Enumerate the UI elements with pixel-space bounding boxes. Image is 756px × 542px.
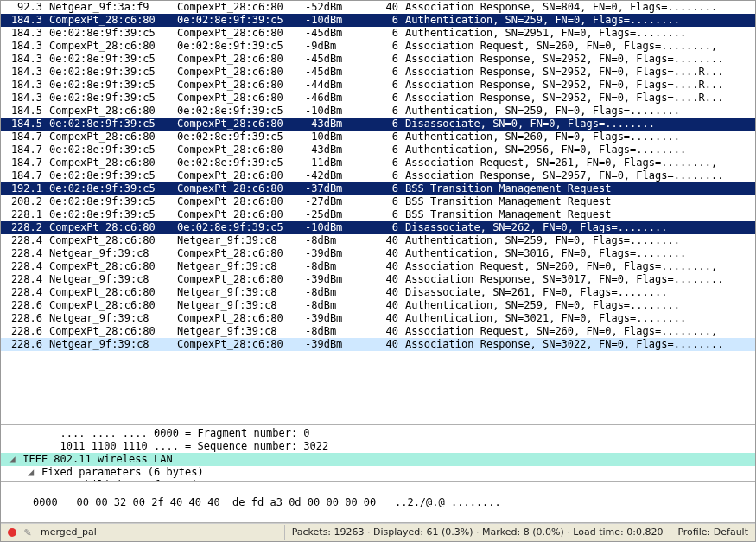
detail-tree-row[interactable]: ◢ IEEE 802.11 wireless LAN (1, 453, 755, 466)
packet-length: 6 (360, 79, 402, 92)
packet-info: Association Response, SN=2952, FN=0, Fla… (402, 53, 755, 66)
packet-info: Association Response, SN=804, FN=0, Flag… (402, 1, 755, 14)
packet-destination: CompexPt_28:c6:80 (174, 66, 302, 79)
table-row[interactable]: 228.4Netgear_9f:39:c8CompexPt_28:c6:80-3… (1, 273, 755, 286)
packet-rssi: -8dBm (302, 234, 360, 247)
packet-list-table: 92.3Netgear_9f:3a:f9CompexPt_28:c6:80-52… (1, 1, 755, 351)
detail-tree-row[interactable]: .... .... .... 0000 = Fragment number: 0 (1, 427, 755, 440)
packet-info: Authentication, SN=259, FN=0, Flags=....… (402, 105, 755, 118)
status-profile[interactable]: Profile: Default (670, 525, 755, 540)
packet-bytes-pane[interactable]: 0000 00 00 32 00 2f 40 40 40 de fd a3 0d… (1, 482, 755, 523)
packet-info: Association Request, SN=260, FN=0, Flags… (402, 325, 755, 338)
table-row[interactable]: 184.30e:02:8e:9f:39:c5CompexPt_28:c6:80-… (1, 27, 755, 40)
packet-details-pane[interactable]: .... .... .... 0000 = Fragment number: 0… (1, 425, 755, 482)
table-row[interactable]: 184.3CompexPt_28:c6:800e:02:8e:9f:39:c5-… (1, 14, 755, 27)
table-row[interactable]: 228.4CompexPt_28:c6:80Netgear_9f:39:c8-8… (1, 260, 755, 273)
table-row[interactable]: 184.5CompexPt_28:c6:800e:02:8e:9f:39:c5-… (1, 105, 755, 118)
detail-tree-row[interactable]: 1011 1100 1110 .... = Sequence number: 3… (1, 440, 755, 453)
table-row[interactable]: 184.70e:02:8e:9f:39:c5CompexPt_28:c6:80-… (1, 169, 755, 182)
packet-length: 6 (360, 92, 402, 105)
packet-time: 228.4 (1, 286, 46, 299)
packet-time: 228.4 (1, 247, 46, 260)
table-row[interactable]: 208.20e:02:8e:9f:39:c5CompexPt_28:c6:80-… (1, 195, 755, 208)
table-row[interactable]: 228.6CompexPt_28:c6:80Netgear_9f:39:c8-8… (1, 299, 755, 312)
table-row[interactable]: 184.30e:02:8e:9f:39:c5CompexPt_28:c6:80-… (1, 79, 755, 92)
table-row[interactable]: 184.7CompexPt_28:c6:800e:02:8e:9f:39:c5-… (1, 131, 755, 143)
packet-length: 6 (360, 14, 402, 27)
packet-destination: CompexPt_28:c6:80 (174, 143, 302, 156)
table-row[interactable]: 92.3Netgear_9f:3a:f9CompexPt_28:c6:80-52… (1, 1, 755, 14)
packet-list-pane[interactable]: 92.3Netgear_9f:3a:f9CompexPt_28:c6:80-52… (1, 1, 755, 425)
table-row[interactable]: 228.6CompexPt_28:c6:80Netgear_9f:39:c8-8… (1, 325, 755, 338)
packet-length: 6 (360, 221, 402, 234)
table-row[interactable]: 228.6Netgear_9f:39:c8CompexPt_28:c6:80-3… (1, 338, 755, 351)
packet-length: 6 (360, 169, 402, 182)
table-row[interactable]: 228.10e:02:8e:9f:39:c5CompexPt_28:c6:80-… (1, 208, 755, 221)
packet-source: CompexPt_28:c6:80 (46, 221, 174, 234)
packet-destination: CompexPt_28:c6:80 (174, 53, 302, 66)
capture-stop-icon[interactable] (8, 528, 16, 537)
hex-bytes: 00 00 32 00 2f 40 40 40 de fd a3 0d 00 0… (77, 496, 377, 508)
packet-time: 208.2 (1, 195, 46, 208)
packet-source: Netgear_9f:39:c8 (46, 247, 174, 260)
expand-open-icon[interactable]: ◢ (8, 453, 16, 466)
packet-info: Association Request, SN=261, FN=0, Flags… (402, 156, 755, 169)
packet-rssi: -10dBm (302, 105, 360, 118)
packet-rssi: -27dBm (302, 195, 360, 208)
packet-rssi: -11dBm (302, 156, 360, 169)
table-row[interactable]: 184.30e:02:8e:9f:39:c5CompexPt_28:c6:80-… (1, 66, 755, 79)
table-row[interactable]: 228.6Netgear_9f:39:c8CompexPt_28:c6:80-3… (1, 312, 755, 325)
packet-length: 40 (360, 286, 402, 299)
table-row[interactable]: 184.7CompexPt_28:c6:800e:02:8e:9f:39:c5-… (1, 156, 755, 169)
packet-rssi: -42dBm (302, 169, 360, 182)
table-row[interactable]: 228.4CompexPt_28:c6:80Netgear_9f:39:c8-8… (1, 286, 755, 299)
packet-source: 0e:02:8e:9f:39:c5 (46, 53, 174, 66)
packet-source: CompexPt_28:c6:80 (46, 260, 174, 273)
packet-length: 40 (360, 325, 402, 338)
packet-source: Netgear_9f:3a:f9 (46, 1, 174, 14)
packet-destination: 0e:02:8e:9f:39:c5 (174, 40, 302, 53)
packet-info: BSS Transition Management Request (402, 182, 755, 195)
packet-length: 40 (360, 247, 402, 260)
expand-open-icon[interactable]: ◢ (27, 466, 35, 479)
table-row[interactable]: 184.70e:02:8e:9f:39:c5CompexPt_28:c6:80-… (1, 143, 755, 156)
detail-text: Fixed parameters (6 bytes) (35, 466, 204, 478)
packet-time: 184.3 (1, 40, 46, 53)
packet-rssi: -43dBm (302, 118, 360, 131)
packet-destination: CompexPt_28:c6:80 (174, 79, 302, 92)
packet-destination: CompexPt_28:c6:80 (174, 338, 302, 351)
packet-time: 228.2 (1, 221, 46, 234)
packet-source: CompexPt_28:c6:80 (46, 131, 174, 143)
tree-spacer (45, 427, 54, 440)
packet-length: 40 (360, 299, 402, 312)
packet-length: 6 (360, 195, 402, 208)
packet-time: 192.1 (1, 182, 46, 195)
detail-text: .... .... .... 0000 = Fragment number: 0 (54, 427, 309, 439)
table-row[interactable]: 228.4Netgear_9f:39:c8CompexPt_28:c6:80-3… (1, 247, 755, 260)
packet-time: 228.6 (1, 299, 46, 312)
packet-rssi: -8dBm (302, 299, 360, 312)
table-row[interactable]: 184.30e:02:8e:9f:39:c5CompexPt_28:c6:80-… (1, 53, 755, 66)
table-row[interactable]: 192.10e:02:8e:9f:39:c5CompexPt_28:c6:80-… (1, 182, 755, 195)
packet-destination: CompexPt_28:c6:80 (174, 1, 302, 14)
table-row[interactable]: 184.30e:02:8e:9f:39:c5CompexPt_28:c6:80-… (1, 92, 755, 105)
detail-tree-row[interactable]: ◢ Fixed parameters (6 bytes) (1, 466, 755, 479)
packet-destination: CompexPt_28:c6:80 (174, 195, 302, 208)
table-row[interactable]: 228.4CompexPt_28:c6:80Netgear_9f:39:c8-8… (1, 234, 755, 247)
packet-rssi: -45dBm (302, 66, 360, 79)
table-row[interactable]: 184.50e:02:8e:9f:39:c5CompexPt_28:c6:80-… (1, 118, 755, 131)
status-file[interactable]: merged_pal (34, 525, 104, 540)
hex-offset: 0000 (33, 496, 58, 508)
detail-text: 1011 1100 1110 .... = Sequence number: 3… (54, 440, 328, 452)
table-row[interactable]: 184.3CompexPt_28:c6:800e:02:8e:9f:39:c5-… (1, 40, 755, 53)
packet-rssi: -10dBm (302, 221, 360, 234)
packet-rssi: -44dBm (302, 79, 360, 92)
packet-length: 40 (360, 338, 402, 351)
packet-info: Authentication, SN=2951, FN=0, Flags=...… (402, 27, 755, 40)
packet-length: 40 (360, 260, 402, 273)
edit-icon[interactable]: ✎ (22, 527, 34, 539)
table-row[interactable]: 228.2CompexPt_28:c6:800e:02:8e:9f:39:c5-… (1, 221, 755, 234)
packet-length: 6 (360, 105, 402, 118)
packet-length: 6 (360, 66, 402, 79)
packet-rssi: -39dBm (302, 338, 360, 351)
